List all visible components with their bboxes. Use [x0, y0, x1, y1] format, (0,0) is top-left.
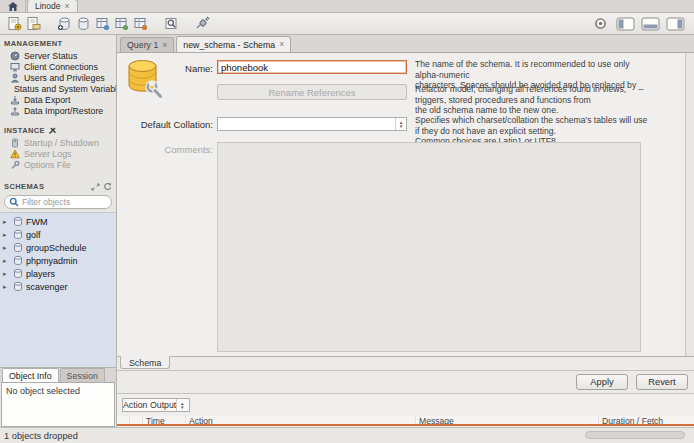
new-sql-tab-icon[interactable]	[5, 15, 24, 32]
create-view-icon[interactable]	[93, 15, 112, 32]
server-box-icon	[10, 138, 20, 148]
schema-cylinder-icon	[13, 216, 23, 227]
schema-name-input[interactable]	[217, 60, 407, 74]
combo-spinner-icon: ▴▾	[395, 118, 406, 130]
toggle-right-sidebar-icon[interactable]	[666, 15, 685, 32]
close-icon[interactable]: ×	[279, 40, 284, 49]
expand-schemas-icon[interactable]	[91, 183, 100, 191]
action-output-panel: Action Output ▴▾ Time Action Message Dur…	[117, 393, 694, 427]
create-table-icon[interactable]	[74, 15, 93, 32]
tree-item-golf[interactable]: ▸golf	[0, 228, 116, 241]
create-procedure-icon[interactable]	[112, 15, 131, 32]
connection-tab-label: Linode	[35, 1, 61, 11]
output-col-status	[117, 416, 130, 424]
output-selector-value: Action Output	[123, 400, 176, 410]
expander-icon[interactable]: ▸	[3, 231, 10, 239]
sidebar-item-options-file[interactable]: Options File	[0, 159, 116, 170]
wrench-icon	[10, 160, 20, 170]
sidebar-item-data-export[interactable]: Data Export	[0, 94, 116, 105]
sidebar-item-data-import[interactable]: Data Import/Restore	[0, 105, 116, 116]
expander-icon[interactable]: ▸	[3, 270, 10, 278]
status-ring-icon[interactable]	[591, 15, 610, 32]
expander-icon[interactable]: ▸	[3, 218, 10, 226]
editor-tab-bar: Query 1× new_schema - Schema×	[117, 35, 694, 52]
status-bar: 1 objects dropped	[0, 427, 694, 443]
editor-bottom-tabstrip: Schema	[117, 356, 694, 370]
tab-session[interactable]: Session	[60, 368, 105, 382]
refresh-schemas-icon[interactable]	[103, 182, 112, 191]
expander-icon[interactable]: ▸	[3, 257, 10, 265]
schema-cylinder-icon	[13, 268, 23, 279]
name-label: Name:	[117, 63, 213, 74]
tree-item-groupschedule[interactable]: ▸groupSchedule	[0, 241, 116, 254]
schema-cylinder-icon	[13, 255, 23, 266]
home-icon	[8, 2, 18, 11]
output-col-action[interactable]: Action	[186, 416, 416, 424]
search-icon	[9, 197, 19, 207]
comments-label: Comments:	[117, 144, 213, 155]
server-status-icon	[10, 51, 20, 61]
management-section-header: MANAGEMENT	[0, 35, 116, 50]
sidebar-item-users-privileges[interactable]: Users and Privileges	[0, 72, 116, 83]
sidebar-item-server-logs[interactable]: Server Logs	[0, 148, 116, 159]
navigator-sidebar: MANAGEMENT Server Status Client Connecti…	[0, 35, 117, 427]
close-icon[interactable]: ×	[65, 2, 70, 11]
open-sql-script-icon[interactable]	[24, 15, 43, 32]
object-info-text: No object selected	[6, 386, 80, 396]
main-area: Query 1× new_schema - Schema× Name: The …	[117, 35, 694, 427]
schemas-section-header: SCHEMAS	[0, 178, 116, 193]
output-col-index	[130, 416, 143, 424]
toggle-left-sidebar-icon[interactable]	[616, 15, 635, 32]
warning-triangle-icon	[10, 149, 20, 159]
reconnect-db-icon[interactable]	[193, 15, 212, 32]
toggle-bottom-panel-icon[interactable]	[641, 15, 660, 32]
tree-item-scavenger[interactable]: ▸scavenger	[0, 280, 116, 293]
sidebar-item-client-connections[interactable]: Client Connections	[0, 61, 116, 72]
revert-button[interactable]: Revert	[636, 374, 688, 390]
comments-textarea[interactable]	[217, 142, 641, 352]
create-function-icon[interactable]	[131, 15, 150, 32]
close-icon[interactable]: ×	[162, 41, 167, 50]
output-table-header: Time Action Message Duration / Fetch	[117, 416, 694, 426]
schema-filter[interactable]	[4, 195, 112, 209]
search-table-data-icon[interactable]	[162, 15, 181, 32]
create-schema-icon[interactable]	[55, 15, 74, 32]
connection-tab-linode[interactable]: Linode ×	[27, 0, 78, 12]
rename-help-text: Refactor model, changing all references …	[415, 84, 651, 116]
editor-scrollbar[interactable]	[685, 53, 694, 356]
schema-tree: ▸FWM ▸golf ▸groupSchedule ▸phpmyadmin ▸p…	[0, 212, 116, 367]
output-col-time[interactable]: Time	[143, 416, 186, 424]
connection-tab-strip: Linode ×	[0, 0, 694, 13]
home-tab[interactable]	[0, 0, 26, 12]
sidebar-item-status-system-variables[interactable]: Status and System Variables	[0, 83, 116, 94]
instance-section-header: INSTANCE	[0, 122, 116, 137]
sidebar-item-server-status[interactable]: Server Status	[0, 50, 116, 61]
schema-cylinder-icon	[13, 229, 23, 240]
tree-item-fwm[interactable]: ▸FWM	[0, 215, 116, 228]
tab-new-schema[interactable]: new_schema - Schema×	[176, 36, 291, 52]
object-info-panel: No object selected	[1, 382, 115, 427]
tab-object-info[interactable]: Object Info	[2, 368, 59, 382]
mysql-workbench-window: Linode × MANAGEMENT Server Status Client…	[0, 0, 694, 443]
collation-combo[interactable]: ▴▾	[217, 117, 407, 131]
toolbar-right-group	[591, 15, 689, 32]
horizontal-scrollbar-thumb[interactable]	[585, 431, 685, 439]
apply-button[interactable]: Apply	[576, 374, 628, 390]
rename-references-button[interactable]: Rename References	[217, 84, 407, 100]
expander-icon[interactable]: ▸	[3, 283, 10, 291]
tree-item-phpmyadmin[interactable]: ▸phpmyadmin	[0, 254, 116, 267]
sidebar-item-startup-shutdown[interactable]: Startup / Shutdown	[0, 137, 116, 148]
tab-schema-bottom[interactable]: Schema	[120, 356, 170, 369]
filter-input[interactable]	[22, 197, 102, 207]
info-tab-bar: Object Info Session	[0, 367, 116, 382]
combo-spinner-icon: ▴▾	[176, 399, 187, 411]
output-selector[interactable]: Action Output ▴▾	[122, 398, 190, 412]
expander-icon[interactable]: ▸	[3, 244, 10, 252]
main-toolbar	[0, 13, 694, 35]
schemas-title: SCHEMAS	[4, 182, 44, 191]
tab-query1[interactable]: Query 1×	[120, 37, 174, 52]
output-col-message[interactable]: Message	[416, 416, 599, 424]
tree-item-players[interactable]: ▸players	[0, 267, 116, 280]
output-col-duration[interactable]: Duration / Fetch	[599, 416, 694, 424]
instance-tools-icon	[48, 126, 57, 135]
